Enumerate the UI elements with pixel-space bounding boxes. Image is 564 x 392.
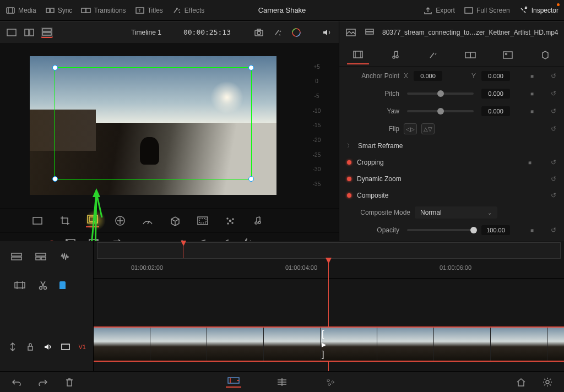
reset-icon[interactable]: ↺	[551, 159, 556, 166]
clip-list-icon[interactable]	[364, 27, 376, 38]
crop-tool[interactable]	[58, 214, 72, 227]
timeline-view-2-icon[interactable]	[34, 250, 47, 263]
reset-icon[interactable]: ↺	[551, 72, 556, 80]
timeline-overview[interactable]	[97, 242, 561, 259]
home-button[interactable]	[513, 377, 529, 388]
lock-track-icon[interactable]	[25, 340, 35, 353]
clip-thumbnail[interactable]	[377, 328, 434, 361]
reset-icon[interactable]: ↺	[551, 107, 556, 115]
reset-icon[interactable]: ↺	[551, 90, 556, 97]
timeline-view-1-icon[interactable]	[10, 250, 23, 263]
reset-icon[interactable]: ↺	[551, 125, 556, 133]
yaw-slider[interactable]	[407, 110, 474, 112]
effects-tab[interactable]: Effects	[172, 6, 204, 15]
3d-tool[interactable]	[169, 214, 182, 227]
handle-bottom-left[interactable]	[52, 176, 58, 182]
flip-horizontal-button[interactable]: ◁▷	[404, 123, 417, 134]
reset-icon[interactable]: ↺	[551, 226, 556, 234]
auto-select-icon[interactable]	[8, 340, 18, 353]
viewer-canvas-area[interactable]	[0, 43, 306, 208]
timeline-name[interactable]: Timeline 1	[131, 29, 161, 36]
magic-wand-icon[interactable]	[272, 27, 284, 38]
layout-dual-icon[interactable]	[23, 27, 35, 38]
settings-gear-button[interactable]	[540, 377, 555, 388]
transform-bounding-box[interactable]	[55, 67, 252, 179]
audio-tab[interactable]	[384, 46, 406, 64]
handle-top-right[interactable]	[248, 65, 254, 70]
effects-inspector-tab[interactable]	[422, 46, 444, 64]
track-label[interactable]: V1	[79, 344, 86, 350]
keyframe-diamond-icon[interactable]: ◆	[526, 158, 535, 167]
keyframe-diamond-icon[interactable]: ◆	[528, 107, 538, 116]
safe-area-tool[interactable]	[196, 214, 209, 227]
pitch-field[interactable]: 0.000	[481, 89, 510, 99]
razor-icon[interactable]	[36, 279, 50, 292]
dynamic-zoom-section[interactable]: Dynamic Zoom ↺	[339, 171, 564, 187]
composite-section[interactable]: Composite ↺	[339, 187, 564, 204]
section-active-dot[interactable]	[347, 160, 351, 165]
opacity-slider[interactable]	[407, 229, 474, 231]
composite-mode-dropdown[interactable]: Normal⌄	[415, 206, 497, 219]
flip-vertical-button[interactable]: △▽	[421, 123, 435, 134]
undo-button[interactable]	[9, 377, 24, 388]
tracks-area[interactable]: [ ▸ ]	[94, 274, 564, 371]
reset-icon[interactable]: ↺	[551, 192, 556, 199]
inspector-button[interactable]: Inspector	[519, 6, 558, 15]
viewer-timecode[interactable]: 00:00:25:13	[183, 28, 231, 36]
clip-thumbnail[interactable]	[94, 328, 150, 361]
section-active-dot[interactable]	[347, 193, 351, 198]
keyframe-diamond-icon[interactable]: ◆	[528, 89, 538, 99]
media-tab[interactable]: Media	[6, 6, 36, 15]
cropping-section[interactable]: Cropping ◆ ↺	[339, 154, 564, 171]
track-audio-icon[interactable]	[43, 340, 53, 353]
video-track-v1[interactable]: [ ▸ ]	[94, 327, 564, 361]
keyframe-diamond-icon[interactable]: ◆	[528, 72, 538, 81]
smart-reframe-section[interactable]: 〉 Smart Reframe	[339, 138, 564, 154]
sync-tab[interactable]: Sync	[45, 6, 73, 15]
speed-tool[interactable]	[141, 214, 154, 227]
layout-stacked-icon[interactable]	[41, 27, 53, 38]
clip-thumb-icon[interactable]	[345, 27, 357, 38]
file-inspector-tab[interactable]	[534, 46, 556, 64]
clip-thumbnail[interactable]	[491, 328, 547, 361]
layout-single-icon[interactable]	[6, 27, 18, 38]
anchor-y-field[interactable]: 0.000	[481, 71, 510, 81]
speaker-icon[interactable]	[321, 27, 333, 38]
fairlight-page-button[interactable]	[323, 377, 338, 388]
color-wheel-icon[interactable]	[290, 27, 302, 38]
trash-button[interactable]	[62, 377, 77, 388]
marker-icon[interactable]	[59, 281, 66, 289]
anchor-x-field[interactable]: 0.000	[414, 71, 442, 81]
clip-thumbnail[interactable]	[547, 328, 564, 361]
edit-page-button[interactable]	[274, 377, 290, 388]
audio-tool[interactable]	[251, 214, 264, 227]
clip-thumbnail[interactable]	[434, 328, 491, 361]
handle-top-left[interactable]	[52, 65, 58, 70]
transform-tool[interactable]	[31, 214, 44, 227]
particles-tool[interactable]	[224, 214, 237, 227]
pitch-slider[interactable]	[407, 92, 474, 95]
audio-waveform-icon[interactable]	[58, 250, 72, 263]
clip-thumbnail[interactable]	[264, 328, 321, 361]
transitions-tab[interactable]: Transitions	[81, 6, 126, 15]
image-inspector-tab[interactable]	[497, 46, 519, 64]
handle-bottom-right[interactable]	[248, 176, 254, 182]
snapshot-icon[interactable]	[253, 27, 265, 38]
edit-point-marker[interactable]: [ ▸ ]	[322, 332, 335, 356]
titles-tab[interactable]: TTitles	[135, 6, 163, 15]
keyframe-diamond-icon[interactable]: ◆	[528, 226, 538, 235]
transition-inspector-tab[interactable]	[459, 46, 481, 64]
track-video-icon[interactable]	[61, 340, 70, 353]
yaw-field[interactable]: 0.000	[481, 106, 510, 116]
section-active-dot[interactable]	[347, 177, 351, 181]
stabilize-tool[interactable]	[113, 214, 127, 227]
viewer-canvas[interactable]	[30, 56, 276, 195]
redo-button[interactable]	[35, 377, 51, 388]
export-button[interactable]: Export	[423, 6, 455, 15]
clip-thumbnail[interactable]	[150, 328, 207, 361]
cut-page-button[interactable]	[226, 377, 241, 388]
clip-thumbnail[interactable]	[207, 328, 264, 361]
range-select-icon[interactable]	[13, 279, 26, 292]
reset-icon[interactable]: ↺	[551, 175, 556, 183]
video-tab[interactable]	[347, 46, 369, 64]
